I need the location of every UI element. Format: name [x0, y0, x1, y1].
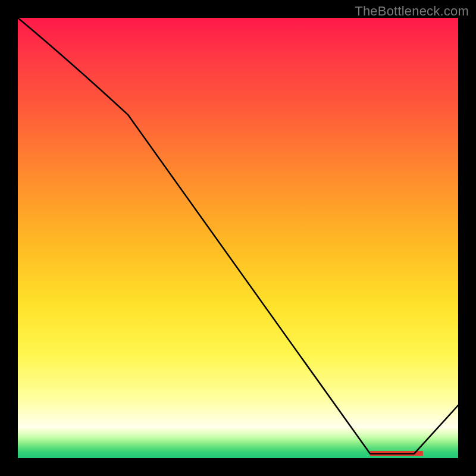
- chart-frame: [18, 18, 458, 458]
- bottleneck-curve: [18, 18, 458, 454]
- chart-svg: [18, 18, 458, 458]
- watermark-text: TheBottleneck.com: [355, 4, 469, 19]
